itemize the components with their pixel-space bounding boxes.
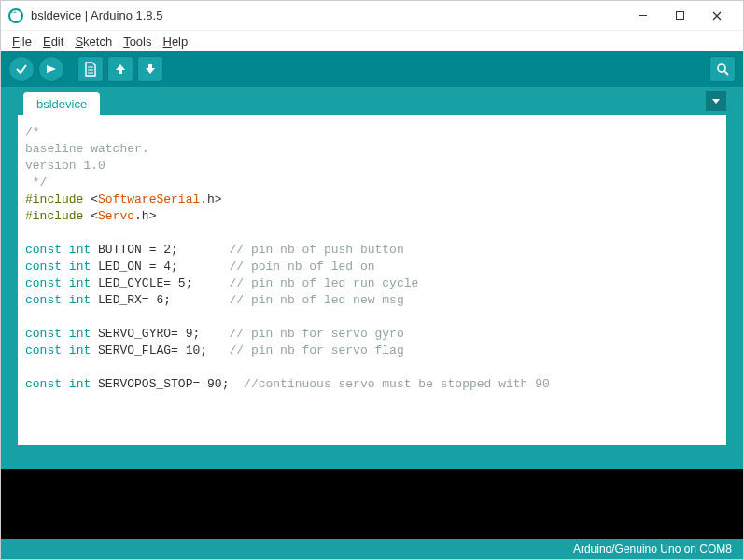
maximize-button[interactable] [661, 3, 698, 29]
magnifier-icon [715, 62, 730, 77]
code-text: int [69, 259, 91, 273]
svg-marker-14 [712, 99, 720, 104]
toolbar [1, 51, 743, 87]
code-text: int [69, 343, 91, 357]
arrow-down-icon [144, 62, 157, 77]
code-text: SERVOPOS_STOP= 90; [98, 377, 229, 391]
close-button[interactable] [698, 3, 736, 29]
verify-button[interactable] [8, 56, 35, 82]
code-text: .h> [200, 192, 221, 206]
sketch-tab[interactable]: bsldevice [23, 92, 100, 116]
code-text: int [69, 327, 91, 341]
code-text: const [25, 377, 62, 391]
svg-point-12 [718, 64, 725, 72]
menu-help[interactable]: Help [159, 33, 191, 50]
code-text: SoftwareSerial [98, 192, 200, 206]
code-text: const [25, 293, 62, 307]
svg-marker-4 [47, 65, 56, 73]
titlebar: bsldevice | Arduino 1.8.5 [1, 1, 743, 31]
upload-button[interactable] [38, 56, 64, 82]
code-editor[interactable]: /* baseline watcher. version 1.0 */ #inc… [18, 115, 726, 445]
code-text: // poin nb of led on [229, 259, 374, 273]
new-button[interactable] [77, 56, 104, 82]
minimize-button[interactable] [624, 3, 661, 29]
triangle-down-icon [711, 96, 721, 105]
code-text: < [91, 209, 98, 223]
console-output[interactable] [1, 469, 743, 539]
app-icon [8, 8, 23, 23]
code-text: #include [25, 209, 83, 223]
code-text: LED_CYCLE= 5; [98, 276, 192, 290]
arrow-up-icon [114, 62, 127, 77]
footer: Arduino/Genuino Uno on COM8 [1, 539, 743, 559]
code-text: // pin nb for servo flag [229, 343, 403, 357]
editor-wrap: /* baseline watcher. version 1.0 */ #inc… [1, 115, 743, 451]
code-text: const [25, 243, 62, 257]
serial-monitor-button[interactable] [709, 56, 736, 82]
code-text: const [25, 276, 62, 290]
tab-menu-button[interactable] [706, 91, 726, 111]
code-text: // pin nb of led new msg [229, 293, 403, 307]
app-window: bsldevice | Arduino 1.8.5 File Edit Sket… [0, 0, 744, 560]
code-text: int [69, 293, 91, 307]
tab-strip: bsldevice [1, 87, 743, 115]
code-text: const [25, 259, 62, 273]
code-text: int [69, 377, 91, 391]
code-text: LED_RX= 6; [98, 293, 171, 307]
file-icon [84, 62, 97, 77]
menu-tools[interactable]: Tools [119, 33, 155, 50]
code-text: int [69, 243, 91, 257]
code-text: Servo [98, 209, 134, 223]
code-text: LED_ON = 4; [98, 259, 178, 273]
code-text: baseline watcher. [25, 142, 149, 156]
code-text: .h> [134, 209, 156, 223]
code-text: const [25, 327, 62, 341]
menu-label: ile [20, 35, 32, 49]
code-text: int [69, 276, 91, 290]
code-text: /* [25, 125, 40, 139]
svg-marker-11 [146, 68, 155, 74]
save-button[interactable] [137, 56, 163, 82]
svg-rect-1 [676, 12, 683, 20]
code-text: < [91, 192, 98, 206]
menu-sketch[interactable]: Sketch [71, 33, 116, 50]
tab-label: bsldevice [36, 97, 87, 111]
check-icon [14, 62, 29, 77]
menu-label: ools [130, 35, 152, 49]
board-port-label: Arduino/Genuino Uno on COM8 [573, 542, 732, 555]
code-text: //continuous servo must be stopped with … [244, 377, 550, 391]
menu-label: elp [172, 35, 188, 49]
status-area [1, 451, 743, 469]
open-button[interactable] [107, 56, 133, 82]
menu-label: dit [51, 35, 64, 49]
svg-rect-9 [119, 69, 122, 74]
menu-edit[interactable]: Edit [39, 33, 67, 50]
window-title: bsldevice | Arduino 1.8.5 [31, 8, 162, 22]
menu-file[interactable]: File [8, 33, 35, 50]
code-text: // pin nb of push button [229, 243, 403, 257]
svg-line-13 [724, 71, 728, 75]
menubar: File Edit Sketch Tools Help [1, 31, 743, 51]
code-text: // pin nb for servo gyro [229, 327, 403, 341]
code-text: const [25, 343, 62, 357]
code-text: SERVO_GYRO= 9; [98, 327, 200, 341]
arrow-right-icon [44, 62, 59, 77]
code-text: // pin nb of led run cycle [229, 276, 418, 290]
menu-label: ketch [83, 35, 112, 49]
code-text: #include [25, 192, 83, 206]
code-text: BUTTON = 2; [98, 243, 178, 257]
code-text: version 1.0 [25, 159, 105, 173]
code-text: SERVO_FLAG= 10; [98, 343, 207, 357]
code-text: */ [25, 175, 47, 189]
